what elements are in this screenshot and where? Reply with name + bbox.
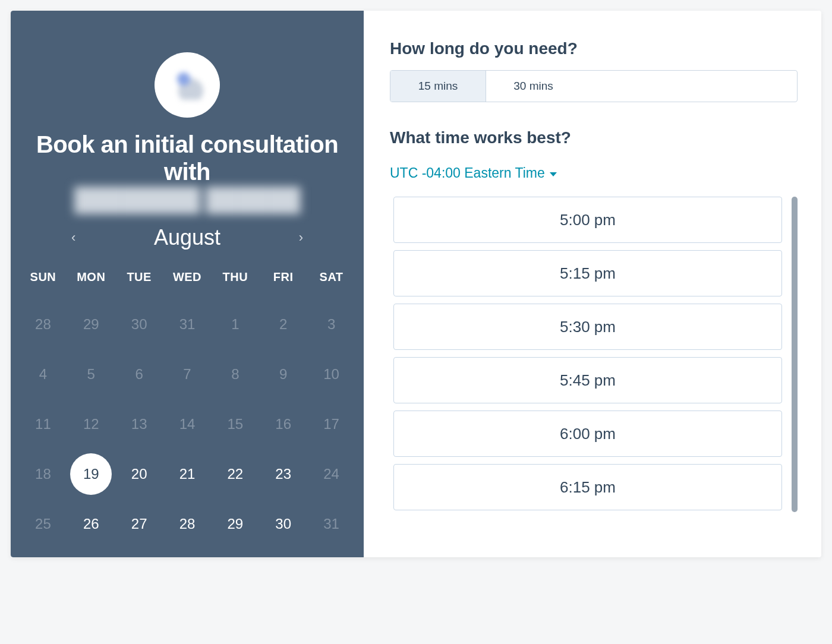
calendar-panel: Book an initial consultation with ██████… — [11, 11, 364, 557]
timeslot-option[interactable]: 5:15 pm — [393, 250, 782, 296]
calendar-day: 25 — [19, 499, 67, 549]
calendar-day: 7 — [163, 349, 212, 399]
calendar-day[interactable]: 30 — [259, 499, 307, 549]
dow-header: SAT — [307, 270, 355, 299]
dow-header: WED — [163, 270, 212, 299]
scrollbar[interactable] — [792, 197, 798, 539]
duration-question: How long do you need? — [390, 39, 798, 58]
duration-option[interactable]: 15 mins — [390, 71, 486, 102]
calendar-day: 8 — [211, 349, 259, 399]
dow-header: TUE — [115, 270, 163, 299]
booking-card: Book an initial consultation with ██████… — [11, 11, 821, 557]
dow-header: THU — [211, 270, 259, 299]
title-line-2-obscured: ████████ ██████ — [74, 187, 300, 213]
dow-header: FRI — [259, 270, 307, 299]
calendar-day[interactable]: 23 — [259, 449, 307, 499]
calendar-day: 18 — [19, 449, 67, 499]
calendar-day: 1 — [211, 299, 259, 349]
calendar-day: 14 — [163, 399, 212, 449]
scrollbar-thumb[interactable] — [792, 197, 798, 512]
calendar-day: 12 — [67, 399, 115, 449]
calendar-day: 16 — [259, 399, 307, 449]
month-navigation: ‹ August › — [19, 225, 355, 250]
duration-option[interactable]: 30 mins — [486, 71, 581, 102]
page-title: Book an initial consultation with ██████… — [19, 131, 355, 213]
calendar-day: 3 — [307, 299, 355, 349]
month-label: August — [154, 225, 220, 250]
timeslot-option[interactable]: 5:45 pm — [393, 357, 782, 403]
calendar-day: 4 — [19, 349, 67, 399]
timeslot-scroll-area: 5:00 pm5:15 pm5:30 pm5:45 pm6:00 pm6:15 … — [390, 197, 798, 539]
calendar-day[interactable]: 29 — [211, 499, 259, 549]
calendar-day[interactable]: 28 — [163, 499, 212, 549]
calendar-day: 2 — [259, 299, 307, 349]
calendar-day: 15 — [211, 399, 259, 449]
calendar-day[interactable]: 27 — [115, 499, 163, 549]
avatar — [155, 52, 220, 118]
dow-header: MON — [67, 270, 115, 299]
timeslot-option[interactable]: 6:15 pm — [393, 464, 782, 510]
duration-toggle-group: 15 mins30 mins — [390, 70, 798, 102]
timezone-label: UTC -04:00 Eastern Time — [390, 165, 545, 181]
calendar-day: 6 — [115, 349, 163, 399]
calendar-day[interactable]: 21 — [163, 449, 212, 499]
calendar-day: 13 — [115, 399, 163, 449]
calendar-day: 10 — [307, 349, 355, 399]
avatar-image — [160, 58, 215, 112]
calendar-grid: SUNMONTUEWEDTHUFRISAT 282930311234567891… — [19, 270, 355, 549]
calendar-day[interactable]: 20 — [115, 449, 163, 499]
calendar-day: 11 — [19, 399, 67, 449]
timeslot-option[interactable]: 6:00 pm — [393, 411, 782, 457]
calendar-day: 17 — [307, 399, 355, 449]
time-panel: How long do you need? 15 mins30 mins Wha… — [364, 11, 821, 557]
calendar-day[interactable]: 22 — [211, 449, 259, 499]
calendar-day[interactable]: 19 — [67, 449, 115, 499]
calendar-day[interactable]: 26 — [67, 499, 115, 549]
chevron-right-icon[interactable]: › — [294, 226, 308, 249]
calendar-day: 5 — [67, 349, 115, 399]
timeslot-option[interactable]: 5:30 pm — [393, 304, 782, 350]
calendar-day: 28 — [19, 299, 67, 349]
calendar-day: 24 — [307, 449, 355, 499]
time-question: What time works best? — [390, 128, 798, 147]
calendar-day: 9 — [259, 349, 307, 399]
calendar-day: 31 — [307, 499, 355, 549]
calendar-day: 31 — [163, 299, 212, 349]
caret-down-icon — [550, 172, 557, 176]
calendar-day: 29 — [67, 299, 115, 349]
dow-header: SUN — [19, 270, 67, 299]
calendar-day: 30 — [115, 299, 163, 349]
timezone-dropdown[interactable]: UTC -04:00 Eastern Time — [390, 165, 798, 181]
timeslot-list: 5:00 pm5:15 pm5:30 pm5:45 pm6:00 pm6:15 … — [390, 197, 783, 539]
timeslot-option[interactable]: 5:00 pm — [393, 197, 782, 243]
chevron-left-icon[interactable]: ‹ — [67, 226, 80, 249]
title-line-1: Book an initial consultation with — [36, 131, 338, 185]
